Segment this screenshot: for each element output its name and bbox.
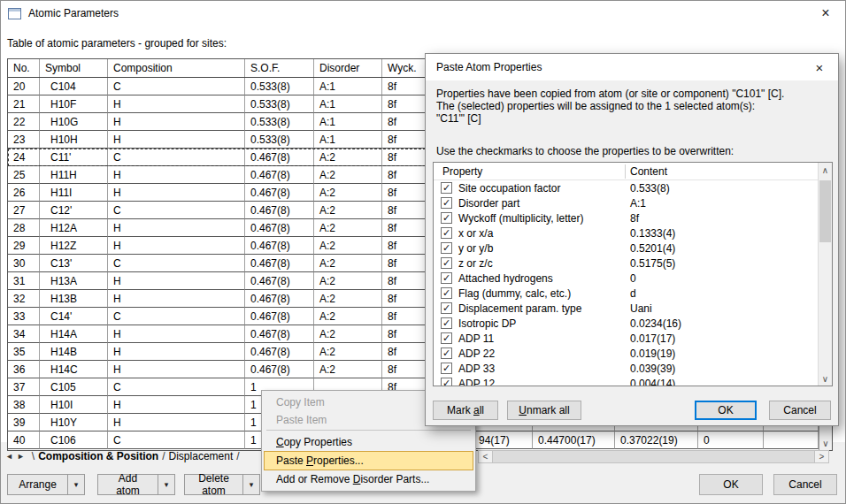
scroll-right-icon[interactable]: > [815, 451, 828, 462]
cell-symbol[interactable]: H13A [40, 272, 108, 290]
cell-wyck[interactable]: 8f [382, 166, 426, 184]
cancel-button[interactable]: Cancel [773, 474, 837, 495]
cell-no[interactable]: 28 [8, 219, 40, 237]
cell-wyck[interactable]: 8f [382, 78, 426, 95]
scroll-down-icon[interactable]: ∨ [819, 371, 832, 386]
cell-disorder[interactable]: A:2 [314, 308, 382, 325]
sheet-tab[interactable]: Displacement / [169, 450, 243, 462]
cell-disorder[interactable]: A:2 [314, 272, 382, 290]
scrollbar-thumb[interactable] [819, 180, 831, 242]
cell-symbol[interactable]: H10I [40, 396, 108, 414]
context-menu-item[interactable]: Paste Properties... [264, 451, 473, 470]
cell-composition[interactable]: H [108, 414, 245, 431]
cell-composition[interactable]: H [108, 343, 245, 361]
cell-composition[interactable]: H [108, 272, 245, 290]
cell-no[interactable]: 21 [8, 95, 40, 113]
cell-composition[interactable]: C [108, 255, 245, 272]
cell-no[interactable]: 29 [8, 237, 40, 255]
cell-wyck[interactable]: 8f [382, 343, 426, 361]
cell-disorder[interactable]: A:2 [314, 255, 382, 272]
cell-wyck[interactable]: 8f [382, 361, 426, 378]
cell-no[interactable]: 22 [8, 113, 40, 131]
cell-no[interactable]: 32 [8, 290, 40, 308]
tab-nav-left-icon[interactable]: ◄ [5, 452, 13, 461]
cell-wyck[interactable]: 8f [382, 290, 426, 308]
table-header-cell[interactable]: Wyck. [382, 59, 426, 77]
listbox-scrollbar[interactable]: ∧ ∨ [818, 163, 832, 386]
add-atom-button[interactable]: Add atom ▾ [97, 474, 175, 495]
cell-symbol[interactable]: C12' [40, 202, 108, 219]
property-row[interactable]: ✓ Flag (dummy, calc, etc.) d [434, 286, 818, 301]
table-header-cell[interactable]: Symbol [40, 59, 108, 77]
property-row[interactable]: ✓ z or z/c 0.5175(5) [434, 256, 818, 271]
property-row[interactable]: ✓ ADP 12 0.004(14) [434, 376, 818, 386]
delete-atom-button[interactable]: Delete atom ▾ [184, 474, 260, 495]
cell-disorder[interactable]: A:1 [314, 131, 382, 149]
cell-symbol[interactable]: H14A [40, 325, 108, 343]
cell-symbol[interactable]: C14' [40, 308, 108, 325]
property-row[interactable]: ✓ x or x/a 0.1333(4) [434, 225, 818, 241]
cell-sof[interactable]: 0.467(8) [245, 255, 314, 272]
cell-composition[interactable]: H [108, 290, 245, 308]
cell-symbol[interactable]: C106 [40, 431, 108, 449]
cell-wyck[interactable]: 8f [382, 255, 426, 272]
property-row[interactable]: ✓ y or y/b 0.5201(4) [434, 241, 818, 256]
mark-all-button[interactable]: Mark all [433, 401, 498, 420]
ok-button[interactable]: OK [699, 474, 763, 495]
cell-sof[interactable]: 0.467(8) [245, 343, 314, 361]
property-checkbox[interactable]: ✓ [441, 287, 452, 299]
cell-disorder[interactable]: A:2 [314, 149, 382, 166]
property-row[interactable]: ✓ ADP 22 0.019(19) [434, 346, 818, 361]
property-checkbox[interactable]: ✓ [441, 227, 452, 239]
tab-nav-right-icon[interactable]: ► [17, 452, 25, 461]
cell-symbol[interactable]: H10Y [40, 414, 108, 431]
close-icon[interactable]: × [801, 54, 838, 80]
cell-composition[interactable]: C [108, 149, 245, 166]
cell-symbol[interactable]: H13B [40, 290, 108, 308]
property-checkbox[interactable]: ✓ [441, 242, 452, 254]
cell-symbol[interactable]: H12Z [40, 237, 108, 255]
cell-composition[interactable]: C [108, 431, 245, 449]
cell-wyck[interactable]: 8f [382, 149, 426, 166]
cell-sof[interactable]: 0.467(8) [245, 184, 314, 202]
cell-y[interactable]: 0.44700(17) [533, 431, 615, 449]
cell-no[interactable]: 26 [8, 184, 40, 202]
cell-wyck[interactable]: 8f [382, 325, 426, 343]
cell-no[interactable]: 24 [8, 149, 40, 166]
dropdown-arrow-icon[interactable]: ▾ [68, 480, 84, 489]
table-horizontal-scrollbar[interactable]: < > [478, 450, 829, 463]
cell-wyck[interactable]: 8f [382, 113, 426, 131]
property-row[interactable]: ✓ Isotropic DP 0.0234(16) [434, 316, 818, 331]
cell-wyck[interactable]: 8f [382, 202, 426, 219]
cell-sof[interactable]: 0.467(8) [245, 361, 314, 378]
cell-symbol[interactable]: H10H [40, 131, 108, 149]
cell-no[interactable]: 23 [8, 131, 40, 149]
arrange-button[interactable]: Arrange ▾ [7, 474, 85, 495]
cell-sof[interactable]: 0.467(8) [245, 166, 314, 184]
property-checkbox[interactable]: ✓ [441, 197, 452, 209]
cell-sof[interactable]: 0.533(8) [245, 131, 314, 149]
cell-no[interactable]: 35 [8, 343, 40, 361]
cell-sof[interactable]: 0.533(8) [245, 113, 314, 131]
cell-sof[interactable]: 0.467(8) [245, 219, 314, 237]
property-checkbox[interactable]: ✓ [441, 347, 452, 359]
scroll-left-icon[interactable]: < [479, 451, 492, 462]
cell-disorder[interactable]: A:2 [314, 202, 382, 219]
cell-symbol[interactable]: C105 [40, 378, 108, 396]
cell-sof[interactable]: 0.467(8) [245, 237, 314, 255]
cell-wyck[interactable]: 8f [382, 237, 426, 255]
cell-wyck[interactable]: 8f [382, 95, 426, 113]
cell-no[interactable]: 39 [8, 414, 40, 431]
context-menu-item[interactable]: Copy Properties [264, 433, 473, 451]
cell-disorder[interactable]: A:2 [314, 219, 382, 237]
property-checkbox[interactable]: ✓ [441, 212, 452, 224]
cell-sof[interactable]: 0.533(8) [245, 78, 314, 95]
cell-symbol[interactable]: H11I [40, 184, 108, 202]
cell-composition[interactable]: H [108, 396, 245, 414]
cell-wyck[interactable]: 8f [382, 308, 426, 325]
cell-composition[interactable]: C [108, 308, 245, 325]
cell-attached-h[interactable]: 0 [698, 431, 764, 449]
cell-wyck[interactable]: 8f [382, 272, 426, 290]
property-checkbox[interactable]: ✓ [441, 302, 452, 314]
scroll-down-icon[interactable]: ∨ [819, 436, 832, 450]
